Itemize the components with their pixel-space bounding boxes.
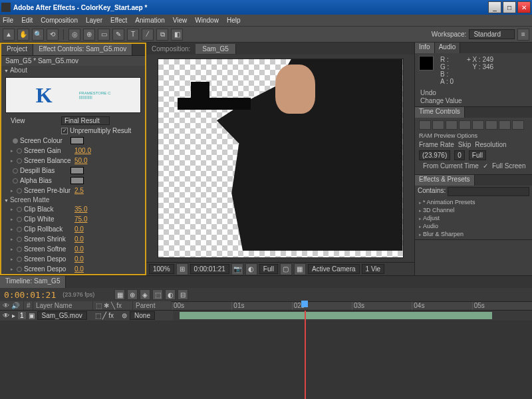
ep-item-adjust[interactable]: Adjust <box>418 214 529 222</box>
rotate-tool-icon[interactable]: ⟲ <box>47 29 59 41</box>
layer-bar[interactable] <box>180 312 492 319</box>
screensoftne-value[interactable]: 0.0 <box>74 245 84 253</box>
framerate-field[interactable]: (23.976) <box>419 150 450 160</box>
keyframe-toggle[interactable] <box>17 227 22 232</box>
keyframe-toggle[interactable] <box>17 188 22 194</box>
menu-layer[interactable]: Layer <box>86 17 102 24</box>
tick-03s[interactable]: 03s <box>352 302 412 310</box>
screencolour-swatch[interactable] <box>70 137 84 144</box>
alphabias-swatch[interactable] <box>70 177 84 184</box>
panel-menu-icon[interactable]: ≡ <box>517 29 529 41</box>
menu-view[interactable]: View <box>173 17 188 24</box>
keyframe-toggle[interactable] <box>17 207 22 212</box>
tab-effect-controls[interactable]: Effect Controls: Sam_G5.mov <box>33 44 132 55</box>
screengain-value[interactable]: 100.0 <box>74 147 91 154</box>
selection-tool-icon[interactable]: ▲ <box>3 29 15 41</box>
ep-item-blur[interactable]: Blur & Sharpen <box>418 230 529 238</box>
play-icon[interactable] <box>446 120 458 130</box>
eraser-tool-icon[interactable]: ◧ <box>171 29 183 41</box>
resolution-select[interactable]: Full <box>259 264 278 274</box>
grid-icon[interactable]: ⊞ <box>176 263 188 275</box>
keyframe-toggle[interactable] <box>17 267 22 272</box>
keyframe-toggle[interactable] <box>17 247 22 252</box>
tl-icon-4[interactable]: ⬚ <box>152 289 163 300</box>
tl-icon-6[interactable]: ⊟ <box>178 289 188 300</box>
prop-view-select[interactable]: Final Result <box>61 116 110 125</box>
last-frame-icon[interactable] <box>472 120 484 130</box>
tab-project[interactable]: Project <box>1 44 33 55</box>
tick-04s[interactable]: 04s <box>412 302 471 310</box>
keyframe-toggle[interactable] <box>17 148 22 154</box>
type-tool-icon[interactable]: T <box>127 29 139 41</box>
keyframe-toggle[interactable] <box>13 168 18 174</box>
parent-select[interactable]: None <box>130 311 155 320</box>
tl-icon-3[interactable]: ◈ <box>140 289 150 300</box>
snapshot-icon[interactable]: 📷 <box>231 263 243 275</box>
tl-icon-2[interactable]: ⊕ <box>127 289 138 300</box>
tick-00s[interactable]: 00s <box>172 302 231 310</box>
tab-composition[interactable]: Sam_G5 <box>196 44 235 54</box>
clipblack-value[interactable]: 35.0 <box>74 205 87 213</box>
brush-tool-icon[interactable]: ⁄ <box>142 29 154 41</box>
workspace-select[interactable]: Standard <box>469 29 515 39</box>
tab-timeline[interactable]: Timeline: Sam_G5 <box>0 276 66 288</box>
group-screenmatte[interactable]: Screen Matte <box>1 196 145 204</box>
tick-05s[interactable]: 05s <box>472 302 532 310</box>
preblur-value[interactable]: 2.5 <box>74 187 84 194</box>
menu-file[interactable]: File <box>3 17 13 24</box>
menu-help[interactable]: Help <box>227 17 241 24</box>
transparency-icon[interactable]: ▦ <box>294 263 306 275</box>
screendespo2-value[interactable]: 0.0 <box>74 265 84 273</box>
keyframe-toggle[interactable] <box>17 158 22 164</box>
cliprollback-value[interactable]: 0.0 <box>74 225 84 233</box>
menu-composition[interactable]: Composition <box>41 17 78 24</box>
next-frame-icon[interactable] <box>459 120 471 130</box>
panbehind-tool-icon[interactable]: ⊕ <box>83 29 95 41</box>
view-select[interactable]: 1 Vie <box>362 264 385 274</box>
keyframe-toggle[interactable] <box>17 237 22 242</box>
mute-icon[interactable] <box>499 120 511 130</box>
playhead-icon[interactable] <box>301 301 308 307</box>
menu-effect[interactable]: Effect <box>110 17 127 24</box>
minimize-button[interactable]: _ <box>488 1 501 13</box>
resolution-field[interactable]: Full <box>469 150 486 160</box>
screenshrink-value[interactable]: 0.0 <box>74 235 84 243</box>
keyframe-toggle[interactable] <box>13 178 18 184</box>
screendespo1-value[interactable]: 0.0 <box>74 255 84 263</box>
skip-field[interactable]: 0 <box>454 150 465 160</box>
maximize-button[interactable]: □ <box>503 1 516 13</box>
tick-01s[interactable]: 01s <box>231 302 291 310</box>
channel-icon[interactable]: ◐ <box>245 263 257 275</box>
ep-item-3d-channel[interactable]: 3D Channel <box>418 206 529 214</box>
despill-swatch[interactable] <box>70 167 84 174</box>
menu-animation[interactable]: Animation <box>135 17 164 24</box>
pen-tool-icon[interactable]: ✎ <box>112 29 124 41</box>
hand-tool-icon[interactable]: ✋ <box>17 29 29 41</box>
zoom-tool-icon[interactable]: 🔍 <box>32 29 44 41</box>
clipwhite-value[interactable]: 75.0 <box>74 215 87 223</box>
keyframe-toggle[interactable] <box>17 257 22 262</box>
menu-edit[interactable]: Edit <box>21 17 33 24</box>
timeline-timecode[interactable]: 0:00:01:21 <box>4 290 56 300</box>
tl-icon-1[interactable]: ▦ <box>114 289 125 300</box>
menu-window[interactable]: Window <box>195 17 219 24</box>
camera-tool-icon[interactable]: ◎ <box>68 29 80 41</box>
roi-icon[interactable]: ▢ <box>280 263 292 275</box>
viewport[interactable] <box>146 55 414 262</box>
effects-search-input[interactable] <box>448 187 529 196</box>
group-about[interactable]: About <box>1 66 145 74</box>
prev-frame-icon[interactable] <box>432 120 444 130</box>
keyframe-toggle[interactable] <box>13 138 18 144</box>
clone-tool-icon[interactable]: ⧉ <box>156 29 168 41</box>
layer-name[interactable]: Sam_G5.mov <box>37 311 87 320</box>
tab-effects-presets[interactable]: Effects & Presets <box>415 175 475 186</box>
camera-select[interactable]: Active Camera <box>308 264 360 274</box>
zoom-select[interactable]: 100% <box>149 264 174 274</box>
ep-item-audio[interactable]: Audio <box>418 222 529 230</box>
table-row[interactable]: 👁▸ 1 ▣ Sam_G5.mov ⬚ ╱ fx ⊚ None <box>0 311 532 321</box>
close-button[interactable]: ✕ <box>517 1 531 13</box>
keyframe-toggle[interactable] <box>17 217 22 222</box>
fullscreen-checkbox[interactable]: ✓ <box>483 162 488 170</box>
ep-item-animation-presets[interactable]: * Animation Presets <box>418 198 529 206</box>
tab-time-controls[interactable]: Time Controls <box>415 107 465 118</box>
